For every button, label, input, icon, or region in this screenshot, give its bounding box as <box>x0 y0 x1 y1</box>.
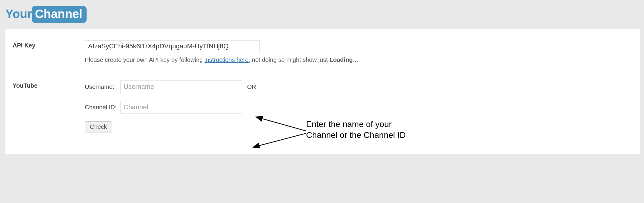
channel-field-row: Channel ID: <box>85 101 633 114</box>
api-key-input[interactable] <box>85 40 260 52</box>
check-button[interactable]: Check <box>85 121 112 132</box>
username-field-row: Username: OR <box>85 80 633 93</box>
annotation-text: Enter the name of your Channel or the Ch… <box>306 119 406 141</box>
api-key-help: Please create your own API key by follow… <box>85 56 633 63</box>
help-bold: Loading… <box>330 56 359 63</box>
api-key-label: API Key <box>13 40 85 49</box>
settings-panel: API Key Please create your own API key b… <box>5 29 640 154</box>
logo-your: Your <box>5 7 32 20</box>
annotation-arrows <box>252 113 312 155</box>
svg-line-2 <box>258 133 306 146</box>
svg-line-1 <box>261 118 306 131</box>
channel-id-label: Channel ID: <box>85 104 117 111</box>
instructions-link[interactable]: instructions here, <box>204 56 250 63</box>
channel-id-input[interactable] <box>120 101 242 114</box>
help-middle: not doing so might show just <box>250 56 329 63</box>
username-input[interactable] <box>120 80 242 93</box>
help-prefix: Please create your own API key by follow… <box>85 56 204 63</box>
logo: YourChannel <box>5 6 644 23</box>
youtube-label: YouTube <box>13 80 85 89</box>
username-label: Username: <box>85 83 117 90</box>
annotation-line1: Enter the name of your <box>306 119 406 130</box>
api-key-row: API Key Please create your own API key b… <box>13 40 633 72</box>
annotation-line2: Channel or the Channel ID <box>306 130 406 141</box>
or-text: OR <box>247 83 256 90</box>
logo-channel: Channel <box>32 6 87 23</box>
